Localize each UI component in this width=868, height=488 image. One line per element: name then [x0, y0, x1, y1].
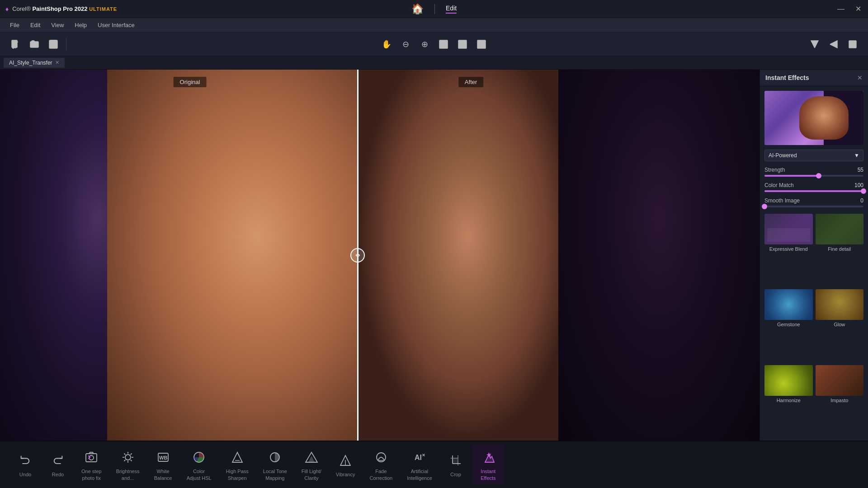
brightness-tool[interactable]: Brightnessand... — [109, 445, 147, 485]
smooth-image-slider-row: Smooth Image 0 — [760, 196, 868, 211]
fine-detail-thumb — [816, 214, 864, 244]
fill-light-label: Fill Light/Clarity — [302, 468, 321, 481]
vibrancy-label: Vibrancy — [336, 471, 355, 478]
strength-label: Strength — [764, 167, 785, 173]
fill-light-tool[interactable]: Fill Light/Clarity — [294, 445, 329, 485]
svg-marker-12 — [811, 41, 815, 48]
color-match-thumb[interactable] — [861, 188, 866, 194]
title-divider — [434, 4, 435, 14]
strength-fill — [764, 175, 819, 177]
effect-glow[interactable]: Glow — [816, 289, 864, 362]
panel-header: Instant Effects ✕ — [760, 70, 868, 86]
artificial-intelligence-tool[interactable]: AI ArtificialIntelligence — [400, 445, 439, 485]
svg-text:AI: AI — [415, 454, 422, 461]
close-button[interactable]: ✕ — [854, 5, 863, 13]
effect-impasto[interactable]: Impasto — [816, 365, 864, 438]
white-balance-label: WhiteBalance — [154, 468, 172, 481]
local-tone-label: Local ToneMapping — [263, 468, 287, 481]
new-file-button[interactable] — [7, 36, 24, 52]
local-tone-icon — [266, 448, 284, 466]
original-image — [0, 70, 357, 441]
brightness-label: Brightnessand... — [116, 468, 140, 481]
mirror-button[interactable] — [807, 36, 823, 52]
minimize-button[interactable]: — — [836, 5, 845, 13]
instant-effects-panel: Instant Effects ✕ AI-Powered ▼ Strength … — [760, 70, 868, 441]
high-pass-tool[interactable]: High PassSharpen — [219, 445, 256, 485]
face-left — [107, 70, 357, 441]
tab-bar: AI_Style_Transfer ✕ — [0, 56, 868, 70]
zoom-in-button[interactable]: ⊕ — [416, 36, 433, 52]
undo-tool[interactable]: Undo — [9, 448, 42, 481]
color-adjust-icon — [190, 448, 208, 466]
menu-bar: File Edit View Help User Interface — [0, 18, 868, 33]
one-step-photo-label: One stepphoto fix — [81, 468, 102, 481]
fade-correction-label: FadeCorrection — [369, 468, 392, 481]
strength-thumb[interactable] — [816, 173, 821, 178]
glow-thumb — [816, 289, 864, 320]
original-label: Original — [174, 77, 207, 87]
split-view-button[interactable] — [473, 36, 490, 52]
ai-powered-dropdown[interactable]: AI-Powered ▼ — [764, 150, 863, 161]
zoom-out-button[interactable]: ⊖ — [397, 36, 414, 52]
vibrancy-icon — [336, 451, 354, 469]
title-bar-left: ♦ Corel® PaintShop Pro 2022 ULTIMATE — [5, 5, 117, 13]
expressive-blend-label: Expressive Blend — [769, 246, 808, 252]
instant-effects-label: InstantEffects — [481, 468, 495, 481]
white-balance-tool[interactable]: WB WhiteBalance — [147, 445, 179, 485]
smooth-image-thumb[interactable] — [762, 204, 767, 209]
pan-tool-button[interactable]: ✋ — [378, 36, 395, 52]
tab-close-icon[interactable]: ✕ — [55, 60, 59, 66]
one-step-photo-icon — [82, 448, 100, 466]
artificial-intelligence-icon: AI — [410, 448, 429, 466]
effect-expressive-blend[interactable]: Expressive Blend — [764, 214, 813, 286]
strength-value: 55 — [858, 167, 863, 173]
effect-fine-detail[interactable]: Fine detail — [816, 214, 864, 286]
svg-line-25 — [130, 460, 132, 461]
menu-file[interactable]: File — [5, 20, 24, 30]
menu-user-interface[interactable]: User Interface — [93, 20, 139, 30]
flip-button[interactable] — [826, 36, 842, 52]
undo-toolbar-button[interactable] — [844, 36, 861, 52]
instant-effects-icon — [479, 448, 497, 466]
fit-window-button[interactable] — [435, 36, 452, 52]
edit-mode-label[interactable]: Edit — [446, 5, 457, 14]
menu-help[interactable]: Help — [70, 20, 91, 30]
panel-title: Instant Effects — [765, 74, 809, 81]
canvas-area: Original After ⇔ — [0, 70, 760, 441]
undo-icon — [16, 451, 34, 469]
redo-tool[interactable]: Redo — [42, 448, 74, 481]
svg-rect-4 — [30, 42, 38, 47]
color-adjust-label: ColorAdjust HSL — [187, 468, 212, 481]
home-icon[interactable]: 🏠 — [411, 3, 424, 15]
harmonize-label: Harmonize — [777, 398, 801, 403]
menu-view[interactable]: View — [47, 20, 68, 30]
vibrancy-tool[interactable]: Vibrancy — [329, 448, 363, 481]
split-handle[interactable]: ⇔ — [350, 248, 365, 263]
toolbar-divider-1 — [66, 38, 66, 51]
effect-gemstone[interactable]: Gemstone — [764, 289, 813, 362]
color-match-slider-row: Color Match 100 — [760, 180, 868, 196]
menu-edit[interactable]: Edit — [26, 20, 45, 30]
actual-size-button[interactable] — [454, 36, 471, 52]
ai-powered-value: AI-Powered — [769, 152, 797, 159]
crop-label: Crop — [450, 471, 461, 478]
one-step-photo-tool[interactable]: One stepphoto fix — [74, 445, 109, 485]
panel-close-button[interactable]: ✕ — [857, 74, 863, 81]
main-area: Original After ⇔ Instant Effects ✕ AI-Po… — [0, 70, 868, 441]
color-adjust-tool[interactable]: ColorAdjust HSL — [179, 445, 219, 485]
fine-detail-label: Fine detail — [828, 246, 851, 252]
svg-rect-6 — [51, 40, 56, 43]
harmonize-thumb — [764, 365, 813, 396]
smooth-image-slider[interactable] — [764, 206, 863, 207]
glow-label: Glow — [834, 322, 845, 327]
ai-style-transfer-tab[interactable]: AI_Style_Transfer ✕ — [4, 58, 65, 68]
color-match-slider[interactable] — [764, 190, 863, 192]
open-file-button[interactable] — [26, 36, 42, 52]
local-tone-tool[interactable]: Local ToneMapping — [256, 445, 294, 485]
effect-harmonize[interactable]: Harmonize — [764, 365, 813, 438]
fade-correction-tool[interactable]: FadeCorrection — [362, 445, 400, 485]
crop-tool[interactable]: Crop — [439, 448, 472, 481]
instant-effects-tool[interactable]: InstantEffects — [472, 445, 505, 485]
strength-slider[interactable] — [764, 175, 863, 177]
save-file-button[interactable] — [45, 36, 61, 52]
